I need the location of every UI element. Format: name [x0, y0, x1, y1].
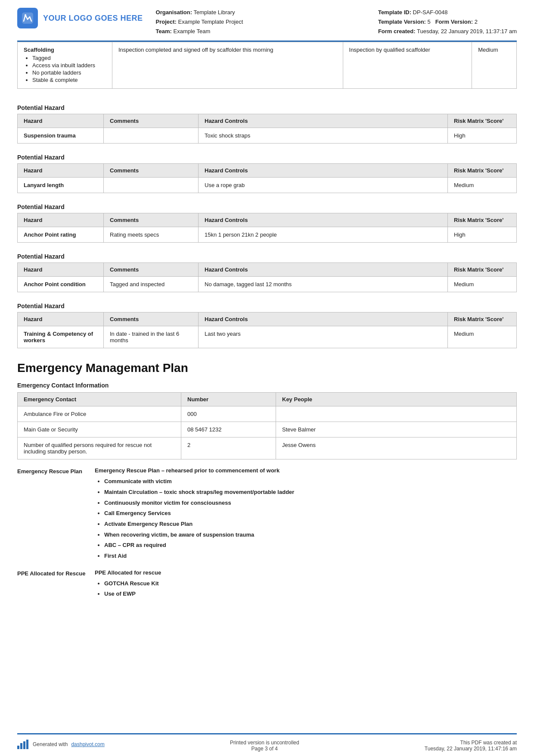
list-item: Tagged [32, 55, 106, 61]
hazard-controls-2-0: 15kn 1 person 21kn 2 people [199, 227, 448, 243]
footer-generated-text: Generated with [33, 741, 68, 747]
ppe-list: GOTCHA Rescue Kit Use of EWP [95, 578, 517, 600]
col-comments-1: Comments [104, 164, 199, 178]
table-row: Main Gate or Security 08 5467 1232 Steve… [18, 422, 517, 437]
list-item: Continuously monitor victim for consciou… [104, 498, 517, 509]
hazard-score-1-0: Medium [448, 178, 517, 193]
svg-point-1 [25, 14, 26, 16]
footer-right-line2: Tuesday, 22 January 2019, 11:47:16 am [425, 746, 517, 752]
form-created-value: Tuesday, 22 January 2019, 11:37:17 am [417, 28, 517, 34]
footer-right: This PDF was created at Tuesday, 22 Janu… [425, 740, 517, 752]
hazard-name-2-0: Anchor Point rating [18, 227, 104, 243]
project-value: Example Template Project [178, 19, 243, 25]
hazard-controls-1-0: Use a rope grab [199, 178, 448, 193]
hazard-comments-1-0 [104, 178, 199, 193]
hazard-section-title-4: Potential Hazard [17, 303, 517, 309]
list-item: First Aid [104, 551, 517, 562]
ec-contact-1: Main Gate or Security [18, 422, 181, 437]
col-controls-2: Hazard Controls [199, 213, 448, 227]
page-footer: Generated with dashpivot.com Printed ver… [17, 733, 517, 756]
form-created-label: Form created: [378, 28, 416, 34]
footer-center-line2: Page 3 of 4 [230, 746, 299, 752]
hazard-table-1: Hazard Comments Hazard Controls Risk Mat… [17, 163, 517, 193]
template-version-label: Template Version: [378, 19, 426, 25]
page-header: YOUR LOGO GOES HERE Organisation: Templa… [17, 0, 517, 42]
form-version-value: 2 [475, 19, 478, 25]
table-row: Number of qualified persons required for… [18, 437, 517, 459]
ec-number-2: 2 [181, 437, 276, 459]
col-hazard-1: Hazard [18, 164, 104, 178]
team-label: Team: [156, 28, 172, 34]
header-meta: Organisation: Template Library Project: … [156, 8, 378, 36]
col-comments-3: Comments [104, 263, 199, 277]
hazard-comments-4-0: In date - trained in the last 6 months [104, 326, 199, 348]
svg-rect-5 [26, 740, 28, 749]
list-item: Use of EWP [104, 589, 517, 600]
ec-col-people: Key People [276, 393, 517, 406]
footer-left: Generated with dashpivot.com [17, 740, 105, 749]
scaffolding-table: Scaffolding Tagged Access via inbuilt la… [17, 42, 517, 89]
scaffolding-col2: Inspection completed and signed off by s… [112, 42, 343, 89]
logo-text: YOUR LOGO GOES HERE [43, 14, 143, 23]
hazard-table-0: Hazard Comments Hazard Controls Risk Mat… [17, 114, 517, 144]
scaffolding-title: Scaffolding [24, 47, 54, 53]
col-comments-4: Comments [104, 312, 199, 326]
hazard-controls-3-0: No damage, tagged last 12 months [199, 277, 448, 292]
template-id-value: DP-SAF-0048 [413, 9, 448, 16]
emp-contact-title: Emergency Contact Information [17, 382, 517, 389]
hazard-section-1: Potential Hazard Hazard Comments Hazard … [17, 146, 517, 196]
scaffolding-col3: Inspection by qualified scaffolder [343, 42, 472, 89]
svg-rect-4 [23, 741, 25, 749]
col-comments-0: Comments [104, 114, 199, 128]
ec-number-1: 08 5467 1232 [181, 422, 276, 437]
hazard-controls-0-0: Toxic shock straps [199, 128, 448, 144]
form-version-label: Form Version: [435, 19, 473, 25]
hazard-section-title-3: Potential Hazard [17, 253, 517, 260]
hazard-table-2: Hazard Comments Hazard Controls Risk Mat… [17, 213, 517, 243]
rescue-plan-list: Communicate with victim Maintain Circula… [95, 476, 517, 562]
rescue-plan-content: Emergency Rescue Plan – rehearsed prior … [95, 467, 517, 562]
hazard-name-4-0: Training & Competency of workers [18, 326, 104, 348]
hazard-comments-0-0 [104, 128, 199, 144]
logo-icon [17, 8, 38, 28]
col-controls-3: Hazard Controls [199, 263, 448, 277]
emp-title: Emergency Managemant Plan [17, 361, 517, 375]
project-label: Project: [156, 19, 177, 25]
footer-center-line1: Printed version is uncontrolled [230, 740, 299, 746]
footer-link[interactable]: dashpivot.com [71, 741, 104, 747]
hazard-name-0-0: Suspension trauma [18, 128, 104, 144]
col-controls-1: Hazard Controls [199, 164, 448, 178]
ppe-section: PPE Allocated for Rescue PPE Allocated f… [17, 569, 517, 600]
list-item: Call Emergency Services [104, 508, 517, 519]
hazard-name-3-0: Anchor Point condition [18, 277, 104, 292]
list-item: Communicate with victim [104, 476, 517, 487]
scaffolding-list: Tagged Access via inbuilt ladders No por… [24, 55, 106, 83]
hazard-comments-3-0: Tagged and inspected [104, 277, 199, 292]
ec-people-2: Jesse Owens [276, 437, 517, 459]
list-item: When recovering victim, be aware of susp… [104, 530, 517, 540]
col-comments-2: Comments [104, 213, 199, 227]
list-item: Access via inbuilt ladders [32, 62, 106, 69]
hazard-table-3: Hazard Comments Hazard Controls Risk Mat… [17, 262, 517, 292]
hazard-section-title-0: Potential Hazard [17, 104, 517, 111]
col-hazard-0: Hazard [18, 114, 104, 128]
svg-rect-0 [22, 12, 33, 24]
list-item: ABC – CPR as required [104, 540, 517, 551]
footer-logo-icon [17, 740, 29, 749]
ec-col-contact: Emergency Contact [18, 393, 181, 406]
ec-people-0 [276, 406, 517, 422]
list-item: No portable ladders [32, 69, 106, 76]
ppe-content: PPE Allocated for rescue GOTCHA Rescue K… [95, 569, 517, 600]
ec-number-0: 000 [181, 406, 276, 422]
hazard-score-4-0: Medium [448, 326, 517, 348]
list-item: Maintain Circulation – toxic shock strap… [104, 487, 517, 498]
rescue-plan-header: Emergency Rescue Plan – rehearsed prior … [95, 467, 517, 474]
hazard-score-3-0: Medium [448, 277, 517, 292]
col-controls-4: Hazard Controls [199, 312, 448, 326]
hazard-section-2: Potential Hazard Hazard Comments Hazard … [17, 196, 517, 245]
hazard-table-4: Hazard Comments Hazard Controls Risk Mat… [17, 312, 517, 348]
ec-col-number: Number [181, 393, 276, 406]
emergency-contact-table: Emergency Contact Number Key People Ambu… [17, 392, 517, 459]
template-id-label: Template ID: [378, 9, 411, 16]
ec-people-1: Steve Balmer [276, 422, 517, 437]
